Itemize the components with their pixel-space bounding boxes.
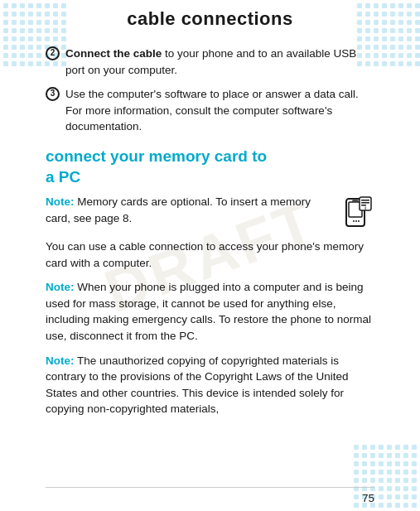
note3-label: Note: (46, 354, 75, 367)
note3-text: The unauthorized copying of copyrighted … (46, 354, 348, 416)
note2-para: Note: When your phone is plugged into a … (46, 279, 374, 344)
list-number-3: 3 (46, 87, 60, 101)
page-number: 75 (362, 492, 374, 504)
svg-point-4 (355, 220, 357, 222)
note1-text: Note: Memory cards are optional. To inse… (46, 195, 311, 224)
bold-text-2: Connect the cable (65, 47, 162, 60)
phone-icon-container: i (338, 194, 374, 230)
svg-rect-8 (361, 202, 369, 204)
svg-rect-2 (352, 200, 359, 202)
note2-label: Note: (46, 281, 75, 293)
note-text-block-1: Note: Memory cards are optional. To inse… (46, 194, 331, 226)
para-1: You can use a cable connection to access… (46, 239, 374, 271)
list-text-2: Connect the cable to your phone and to a… (65, 46, 374, 78)
section-heading: connect your memory card to a PC (46, 147, 374, 187)
svg-rect-7 (361, 200, 369, 201)
list-number-2: 2 (46, 46, 60, 60)
note1-label: Note: (46, 195, 75, 208)
page-wrapper: DRAFT (0, 0, 420, 511)
note-block-1: Note: Memory cards are optional. To inse… (46, 194, 374, 230)
list-item-2: 2 Connect the cable to your phone and to… (46, 46, 374, 78)
svg-point-3 (353, 220, 355, 222)
note3-para: Note: The unauthorized copying of copyri… (46, 353, 374, 417)
svg-point-5 (358, 220, 360, 222)
page-title: cable connections (0, 8, 420, 30)
main-content: 2 Connect the cable to your phone and to… (46, 46, 374, 482)
bottom-rule (46, 487, 374, 488)
list-item-3: 3 Use the computer's software to place o… (46, 86, 374, 135)
phone-memory-icon: i (340, 195, 373, 229)
list-text-3: Use the computer's software to place or … (65, 86, 374, 135)
note2-text: When your phone is plugged into a comput… (46, 281, 371, 342)
